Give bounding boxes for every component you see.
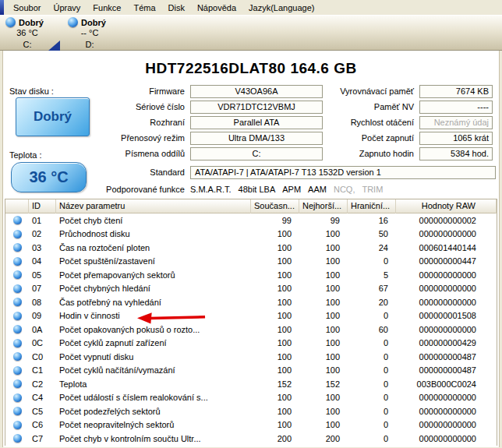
- info-row: Firmware V43OA96A Vyrovnávací paměť 7674…: [3, 83, 499, 99]
- info-label-left: Rozhraní: [3, 118, 190, 127]
- menu-item-4[interactable]: Disk: [163, 2, 190, 14]
- cell-current: 100: [251, 352, 299, 362]
- menu-item-1[interactable]: Úpravy: [48, 2, 86, 14]
- cell-name: Počet vypnutí disku: [56, 352, 251, 362]
- cell-threshold: 0: [348, 311, 396, 320]
- table-row[interactable]: 04 Počet spuštění/zastavení 100 100 0 00…: [5, 255, 497, 269]
- table-row[interactable]: C4 Počet událostí s číslem realokování s…: [5, 391, 497, 405]
- feature-item: S.M.A.R.T.: [190, 185, 232, 194]
- table-row[interactable]: 05 Počet přemapovaných sektorů 100 100 5…: [5, 268, 497, 282]
- status-ok-icon: [13, 339, 22, 347]
- table-row[interactable]: 03 Čas na roztočení ploten 100 100 24 00…: [5, 241, 497, 255]
- status-cell: [5, 230, 29, 238]
- drive-item-d[interactable]: Dobrý -- °C D:: [65, 17, 125, 49]
- cell-threshold: 0: [348, 379, 396, 389]
- status-cell: [5, 339, 29, 347]
- info-rows: Firmware V43OA96A Vyrovnávací paměť 7674…: [3, 83, 499, 161]
- cell-worst: 100: [299, 256, 348, 266]
- table-row[interactable]: C6 Počet neopravitelných sektorů 100 100…: [5, 418, 497, 432]
- info-value-left: VDR71DTC12VBMJ: [190, 101, 323, 114]
- header-worst[interactable]: Nejhorší...: [299, 199, 348, 213]
- info-label-left: Firmware: [3, 86, 190, 96]
- smart-table: ID Název parametru Současn... Nejhorší..…: [5, 199, 497, 446]
- drive-strip: Dobrý 36 °C C: Dobrý -- °C D:: [0, 15, 502, 51]
- status-cell: [5, 407, 29, 415]
- cell-id: C1: [29, 365, 56, 375]
- table-row[interactable]: C0 Počet vypnutí disku 100 100 0 0000000…: [5, 350, 497, 364]
- status-ok-icon: [13, 421, 22, 429]
- standard-row: Standard ATA/ATAPI-7 | ATA/ATAPI-7 T13 1…: [3, 164, 499, 180]
- table-row[interactable]: C1 Počet cyklů načítání/vymazání 100 100…: [5, 364, 497, 378]
- header-raw[interactable]: Hodnoty RAW: [396, 199, 497, 213]
- status-cell: [5, 298, 29, 306]
- cell-name: Počet podezřelých sektorů: [56, 407, 251, 416]
- status-ok-icon: [13, 284, 22, 293]
- cell-name: Počet chyb čtení: [56, 216, 251, 225]
- menu-bar: SouborÚpravyFunkceTémaDiskNápovědaJazyk(…: [0, 0, 502, 15]
- status-cell: [5, 352, 29, 361]
- table-row[interactable]: C2 Teplota 152 152 0 003B000C0024: [5, 377, 497, 391]
- cell-worst: 100: [299, 229, 348, 238]
- table-row[interactable]: 08 Čas potřebný na vyhledání 100 100 20 …: [5, 295, 497, 309]
- cell-threshold: 67: [348, 284, 396, 293]
- features-list: S.M.A.R.T.48bit LBAAPMAAMNCQ,TRIM: [190, 185, 383, 194]
- status-ok-icon: [13, 393, 22, 402]
- cell-raw: 000000000000: [396, 229, 497, 238]
- cell-current: 100: [251, 325, 299, 334]
- info-label-right: Rychlost otáčení: [323, 118, 419, 127]
- header-status[interactable]: [5, 199, 29, 213]
- info-row: Písmena oddílů C: Zapnuto hodin 5384 hod…: [3, 146, 499, 161]
- feature-item: AAM: [308, 185, 327, 194]
- header-name[interactable]: Název parametru: [56, 199, 251, 213]
- cell-threshold: 0: [348, 338, 396, 347]
- main-panel: HDT722516DLAT80 164.6 GB Stav disku : Do…: [2, 51, 500, 447]
- cell-raw: 000000000000: [396, 298, 497, 307]
- cell-threshold: 60: [348, 325, 396, 334]
- cell-worst: 100: [299, 420, 348, 429]
- status-cell: [5, 393, 29, 402]
- menu-item-3[interactable]: Téma: [128, 2, 161, 14]
- info-label-left: Písmena oddílů: [3, 149, 190, 158]
- table-row[interactable]: 0A Počet opakovaných pokusů o rozto... 1…: [5, 323, 497, 337]
- menu-item-6[interactable]: Jazyk(Language): [243, 2, 320, 14]
- cell-name: Čas na roztočení ploten: [56, 243, 251, 252]
- cell-raw: 000000000487: [396, 365, 497, 375]
- cell-threshold: 16: [348, 216, 396, 225]
- menu-item-5[interactable]: Nápověda: [192, 2, 242, 14]
- table-row[interactable]: C5 Počet podezřelých sektorů 100 100 0 0…: [5, 404, 497, 418]
- cell-worst: 99: [299, 216, 348, 225]
- drive-status-label: Dobrý: [19, 18, 44, 27]
- cell-raw: 000000000429: [396, 338, 497, 347]
- cell-raw: 000000000000: [396, 407, 497, 416]
- table-row[interactable]: 02 Průchodnost disku 100 100 50 00000000…: [5, 228, 497, 242]
- cell-current: 100: [251, 338, 299, 347]
- cell-threshold: 0: [348, 365, 396, 375]
- cell-name: Čas potřebný na vyhledání: [56, 298, 251, 307]
- cell-raw: 003B000C0024: [396, 379, 497, 389]
- header-threshold[interactable]: Hraniční...: [348, 199, 396, 213]
- status-ok-icon: [13, 216, 22, 224]
- cell-name: Teplota: [56, 379, 251, 389]
- drive-status-icon: [5, 17, 16, 27]
- table-row[interactable]: 01 Počet chyb čtení 99 99 16 00000000000…: [5, 213, 497, 228]
- menu-item-2[interactable]: Funkce: [87, 2, 126, 14]
- cell-id: 03: [29, 243, 56, 252]
- info-value-left: V43OA96A: [190, 85, 323, 98]
- header-current[interactable]: Současn...: [251, 199, 299, 213]
- table-row[interactable]: C7 Počet chyb v kontrolním součtu Ultr..…: [5, 432, 497, 446]
- cell-id: 01: [29, 216, 56, 225]
- cell-threshold: 0: [348, 352, 396, 362]
- drive-status-icon: [68, 17, 78, 27]
- drive-temp-label: -- °C: [65, 28, 114, 37]
- drive-letter-label: D:: [65, 40, 114, 49]
- menu-item-0[interactable]: Soubor: [8, 2, 46, 14]
- standard-value: ATA/ATAPI-7 | ATA/ATAPI-7 T13 1532D vers…: [190, 166, 496, 179]
- header-id[interactable]: ID: [29, 199, 56, 213]
- table-row[interactable]: 0C Počet cyklů zapnutí zařízení 100 100 …: [5, 337, 497, 351]
- info-row: Rozhraní Parallel ATA Rychlost otáčení N…: [3, 115, 499, 130]
- status-cell: [5, 216, 29, 224]
- info-label-left: Sériové číslo: [3, 102, 190, 111]
- cell-current: 100: [251, 284, 299, 293]
- table-row[interactable]: 09 Hodin v činnosti 100 100 0 0000000015…: [5, 309, 497, 323]
- table-row[interactable]: 07 Počet chybných hledání 100 100 67 000…: [5, 282, 497, 296]
